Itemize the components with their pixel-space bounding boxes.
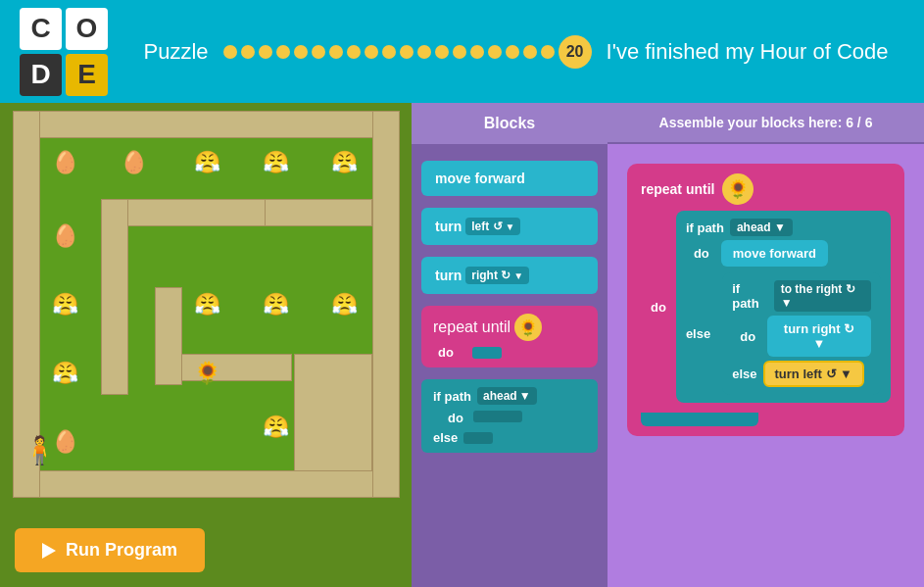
main-content: 🥚 🥚 😤 😤 😤 🥚 😤 😤 😤 😤 😤 🥚 🌻 😤 🧍 Run Progra… [0,103,924,587]
turn-right-block[interactable]: turn right ↻ ▼ [421,257,598,294]
enemy-sprite: 😤 [194,292,220,318]
enemy-sprite: 😤 [194,150,220,175]
do-label-tr: do [740,329,755,344]
move-forward-block[interactable]: move forward [421,161,598,196]
if-path-row: if path ahead ▼ [686,219,881,236]
puzzle-dot [541,45,555,59]
workspace-content: repeat until 🌻 do if path ahead ▼ [608,144,924,587]
chevron-down-icon: ▼ [519,389,531,403]
puzzle-dot [435,45,449,59]
turn-right-dropdown[interactable]: right ↻ ▼ [465,267,529,284]
do-label-2: do [448,411,463,425]
do-notch-2 [473,411,522,422]
do-label-inner: do [694,246,709,261]
finished-message: I've finished my Hour of Code [607,39,889,65]
chevron-down-icon: ▼ [513,270,523,281]
puzzle-dot [294,45,308,59]
puzzle-dot [506,45,519,59]
game-area: 🥚 🥚 😤 😤 😤 🥚 😤 😤 😤 😤 😤 🥚 🌻 😤 🧍 Run Progra… [0,103,412,587]
if-path-ws-label: if path [686,220,724,235]
puzzle-dot [470,45,484,59]
ahead-ws-label: ahead ▼ [737,220,786,234]
puzzle-label: Puzzle [144,39,209,65]
enemy-sprite: 😤 [331,292,358,318]
if-path-right-label: if path [732,281,767,311]
maze-container: 🥚 🥚 😤 😤 😤 🥚 😤 😤 😤 😤 😤 🥚 🌻 😤 🧍 [13,111,400,498]
turn-right-text: turn [435,268,462,283]
assembled-repeat-block: repeat until 🌻 do if path ahead ▼ [627,164,904,436]
puzzle-dot [523,45,537,59]
ahead-ws-tag[interactable]: ahead ▼ [730,219,793,236]
do-label-ws: do [651,300,666,315]
puzzle-dot [329,45,343,59]
sunflower-icon: 🌻 [722,173,754,205]
player-sprite: 🧍 [23,434,57,466]
do-turn-right-row: do turn right ↻ ▼ [740,316,871,357]
blocks-header: Blocks [412,103,608,146]
blocks-panel: Blocks move forward turn left ↺ ▼ turn r… [412,103,608,587]
to-right-tag[interactable]: to the right ↻ ▼ [774,280,871,312]
enemy-sprite: 😤 [52,292,78,318]
puzzle-dot [365,45,378,59]
to-right-label: to the right ↻ ▼ [781,282,864,310]
puzzle-dot [382,45,396,59]
puzzle-dot [453,45,466,59]
puzzle-dot [312,45,325,59]
turn-right-ws-button[interactable]: turn right ↻ ▼ [767,316,871,357]
chevron-down-icon: ▼ [506,221,515,232]
repeat-label: repeat until [641,181,714,197]
turn-left-ws-highlighted[interactable]: turn left ↺ ▼ [763,361,864,387]
do-if-row: do if path ahead ▼ do move f [651,211,891,403]
turn-left-dropdown[interactable]: left ↺ ▼ [465,218,520,235]
turn-left-value: left ↺ [471,220,502,233]
else-if-row: else if path to the right ↻ ▼ [686,272,881,395]
do-notch [472,347,502,359]
repeat-until-label: repeat until [433,318,511,336]
turn-right-ws-label: turn right ↻ ▼ [779,321,859,351]
puzzle-progress: Puzzle 20 I've finished my Hour of Code [127,35,904,69]
move-forward-ws-button[interactable]: move forward [721,240,828,267]
logo-o: O [66,8,108,50]
workspace-header: Assemble your blocks here: 6 / 6 [608,103,924,144]
sunflower-mini-icon: 🌻 [514,314,542,341]
current-puzzle-dot: 20 [559,35,592,69]
puzzle-dot [276,45,290,59]
if-path-label: if path [433,389,471,404]
puzzle-dot [488,45,502,59]
puzzle-dot [400,45,413,59]
puzzle-dot [241,45,255,59]
puzzle-dot [259,45,272,59]
turn-right-value: right ↻ [471,269,511,282]
code-logo: C O D E [20,8,108,96]
play-icon [42,543,56,559]
sunflower-sprite: 🌻 [194,361,220,386]
else-if-block: if path to the right ↻ ▼ do turn ri [722,272,881,395]
if-path-block[interactable]: if path ahead ▼ do else [421,379,598,453]
logo-c: C [20,8,62,50]
turn-left-text: turn [435,219,462,234]
else-label-tr: else [732,367,756,381]
nested-if-block: if path ahead ▼ do move forward else [676,211,891,403]
turn-left-block[interactable]: turn left ↺ ▼ [421,208,598,245]
enemy-sprite: 😤 [52,361,78,386]
enemy-sprite: 😤 [263,415,289,440]
else-turn-left-row: else turn left ↺ ▼ [732,361,871,387]
ahead-dropdown[interactable]: ahead ▼ [477,387,537,405]
logo-d: D [20,54,62,96]
app-header: C O D E Puzzle 20 I've finished my Hour … [0,0,924,103]
puzzle-dot [417,45,431,59]
ahead-label: ahead [483,389,517,403]
if-right-row: if path to the right ↻ ▼ [732,280,871,312]
enemy-sprite: 🥚 [52,223,78,249]
enemy-sprite: 🥚 [52,150,78,175]
logo-e: E [66,54,108,96]
do-label: do [438,345,454,360]
enemy-sprite: 😤 [263,292,289,318]
repeat-until-block[interactable]: repeat until 🌻 do [421,306,598,367]
enemy-sprite: 🥚 [121,150,147,175]
do-section: do if path ahead ▼ do move f [651,211,891,403]
run-program-button[interactable]: Run Program [15,528,205,572]
repeat-header: repeat until 🌻 [641,173,891,205]
enemy-sprite: 😤 [263,150,289,175]
turn-left-ws-label: turn left ↺ ▼ [775,367,852,381]
